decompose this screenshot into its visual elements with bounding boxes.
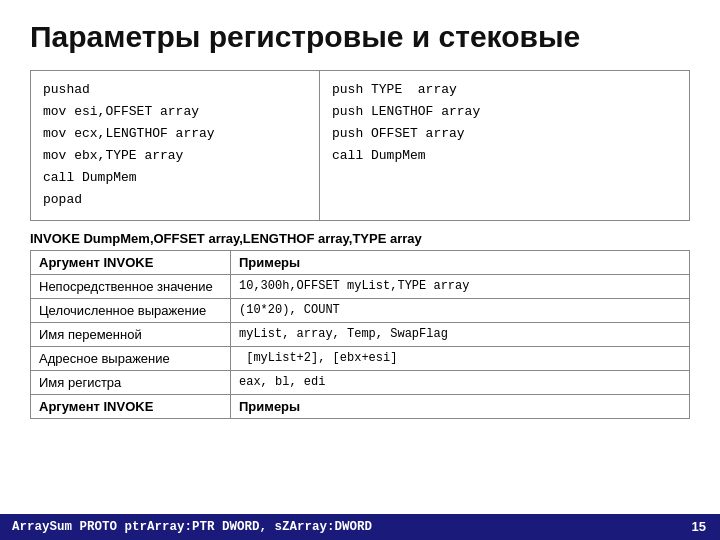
row2-arg: Целочисленное выражение: [31, 298, 231, 322]
row2-ex: (10*20), COUNT: [231, 298, 690, 322]
row5-ex: eax, bl, edi: [231, 370, 690, 394]
slide: Параметры регистровые и стековые pushad …: [0, 0, 720, 540]
header-arg: Аргумент INVOKE: [31, 250, 231, 274]
table-row: Имя регистра eax, bl, edi: [31, 370, 690, 394]
row4-arg: Адресное выражение: [31, 346, 231, 370]
code-right-line-1: push TYPE array: [332, 79, 677, 101]
code-left-line-3: mov ecx,LENGTHOF array: [43, 123, 307, 145]
code-left-line-1: pushad: [43, 79, 307, 101]
code-blocks: pushad mov esi,OFFSET array mov ecx,LENG…: [30, 70, 690, 221]
bottom-bar: ArraySum PROTO ptrArray:PTR DWORD, sZArr…: [0, 514, 720, 540]
code-left-line-2: mov esi,OFFSET array: [43, 101, 307, 123]
row4-ex: [myList+2], [ebx+esi]: [231, 346, 690, 370]
row3-ex: myList, array, Temp, SwapFlag: [231, 322, 690, 346]
table-row: Целочисленное выражение (10*20), COUNT: [31, 298, 690, 322]
code-right-line-4: call DumpMem: [332, 145, 677, 167]
table-row: Имя переменной myList, array, Temp, Swap…: [31, 322, 690, 346]
code-right: push TYPE array push LENGTHOF array push…: [320, 70, 690, 221]
invoke-label: INVOKE DumpMem,OFFSET array,LENGTHOF arr…: [30, 231, 422, 246]
row5-arg: Имя регистра: [31, 370, 231, 394]
code-left-line-5: call DumpMem: [43, 167, 307, 189]
slide-title: Параметры регистровые и стековые: [30, 20, 690, 54]
code-right-line-2: push LENGTHOF array: [332, 101, 677, 123]
code-right-line-3: push OFFSET array: [332, 123, 677, 145]
table-row-last: Аргумент INVOKE Примеры: [31, 394, 690, 418]
table-header-row: Аргумент INVOKE Примеры: [31, 250, 690, 274]
row1-arg: Непосредственное значение: [31, 274, 231, 298]
table-row: Адресное выражение [myList+2], [ebx+esi]: [31, 346, 690, 370]
page-number: 15: [692, 519, 706, 534]
invoke-line: INVOKE DumpMem,OFFSET array,LENGTHOF arr…: [30, 231, 690, 246]
row6-arg: Аргумент INVOKE: [31, 394, 231, 418]
header-ex: Примеры: [231, 250, 690, 274]
table-row: Непосредственное значение 10,300h,OFFSET…: [31, 274, 690, 298]
row6-ex: Примеры: [231, 394, 690, 418]
row1-ex: 10,300h,OFFSET myList,TYPE array: [231, 274, 690, 298]
data-table: Аргумент INVOKE Примеры Непосредственное…: [30, 250, 690, 419]
row3-arg: Имя переменной: [31, 322, 231, 346]
code-left-line-4: mov ebx,TYPE array: [43, 145, 307, 167]
bottom-text: ArraySum PROTO ptrArray:PTR DWORD, sZArr…: [12, 520, 372, 534]
code-left-line-6: popad: [43, 189, 307, 211]
code-left: pushad mov esi,OFFSET array mov ecx,LENG…: [30, 70, 320, 221]
